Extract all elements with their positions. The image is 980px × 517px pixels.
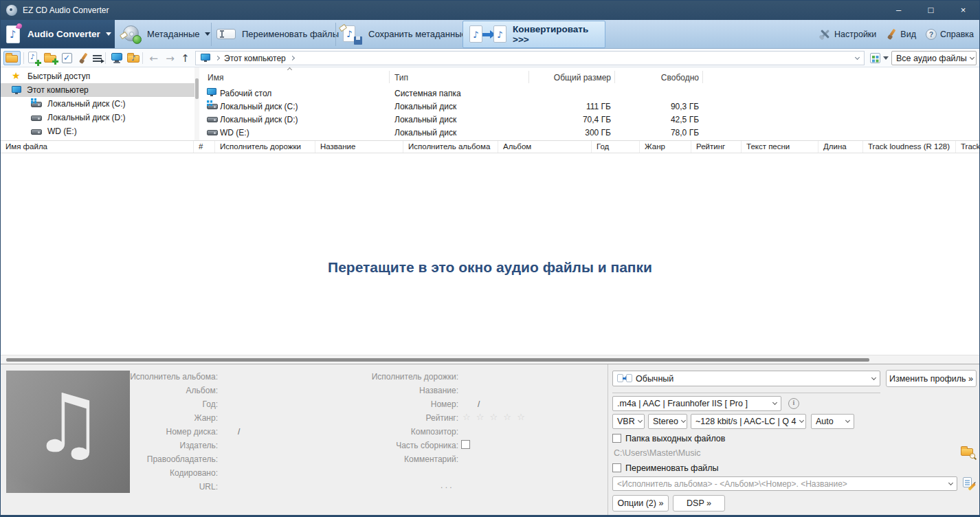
track-col-number[interactable]: # <box>194 141 215 153</box>
rating-stars[interactable]: ☆ ☆ ☆ ☆ ☆ <box>463 412 526 422</box>
navigation-bar: ♪ ♪ ← → ↑ Этот компьютер <box>1 49 979 67</box>
format-select[interactable]: .m4a | AAC | Fraunhofer IIS [ Pro ] <box>612 396 781 411</box>
breadcrumb[interactable]: Этот компьютер <box>195 51 865 65</box>
column-header-free[interactable]: Свободно <box>626 73 699 82</box>
rename-files-button[interactable]: Переименовать файлы <box>216 20 339 48</box>
scrollbar-thumb[interactable] <box>6 358 869 362</box>
track-col-filename[interactable]: Имя файла <box>1 141 194 153</box>
breadcrumb-dropdown-icon[interactable] <box>855 54 860 59</box>
chevron-down-icon <box>772 400 777 405</box>
music-folder-button[interactable]: ♪ <box>125 51 142 65</box>
bitrate-mode-select[interactable]: VBR <box>612 414 645 429</box>
up-button[interactable]: ↑ <box>177 51 194 65</box>
add-audio-files-button[interactable]: ♪ <box>25 51 43 65</box>
chevron-down-icon <box>970 54 975 59</box>
add-folder-button[interactable] <box>42 51 59 65</box>
metadata-more-ellipsis[interactable]: . . . <box>441 481 452 490</box>
track-col-genre[interactable]: Жанр <box>640 141 691 153</box>
bitrate-select[interactable]: ~128 kbit/s | AAC-LC | Q 4 <box>691 414 806 429</box>
output-folder-label[interactable]: Папка выходных файлов <box>625 434 725 443</box>
tree-item-disk-e[interactable]: WD (E:) <box>1 124 194 138</box>
settings-button[interactable]: Настройки <box>819 28 876 40</box>
close-button[interactable]: × <box>947 1 979 20</box>
file-row-desktop[interactable]: Рабочий стол Системная папка <box>200 87 979 100</box>
tools-icon <box>819 28 831 40</box>
track-artist-label: Исполнитель дорожки: <box>344 372 458 382</box>
number-label: Номер: <box>344 399 458 409</box>
track-col-album-artist[interactable]: Исполнитель альбома <box>403 141 498 153</box>
select-all-button[interactable] <box>58 51 76 65</box>
compilation-checkbox[interactable] <box>461 440 470 449</box>
minimize-button[interactable]: – <box>882 1 915 20</box>
computer-view-button[interactable] <box>108 51 125 65</box>
convert-button[interactable]: ♪♪ Конвертировать >>> <box>463 21 605 48</box>
album-art-placeholder[interactable]: ♫ <box>6 371 130 493</box>
audio-converter-menu-button[interactable]: ♪ Audio Converter <box>1 20 115 48</box>
track-col-track[interactable]: Track <box>956 141 980 153</box>
drop-area[interactable]: Перетащите в это окно аудио файлы и папк… <box>1 153 979 355</box>
file-size: 70,4 ГБ <box>537 115 611 124</box>
profile-select[interactable]: Обычный <box>612 371 880 386</box>
rename-files-label[interactable]: Переименовать файлы <box>625 463 719 473</box>
horizontal-scrollbar[interactable] <box>1 355 979 364</box>
tree-item-disk-c[interactable]: Локальный диск (C:) <box>1 97 194 111</box>
rename-pattern-select[interactable]: <Исполнитель альбома> - <Альбом>\<Номер>… <box>612 476 957 491</box>
tree-item-this-computer[interactable]: Этот компьютер <box>1 83 194 97</box>
channels-select[interactable]: Stereo <box>648 414 687 429</box>
scrollbar-thumb[interactable] <box>195 78 199 99</box>
track-col-year[interactable]: Год <box>592 141 640 153</box>
format-info-icon[interactable] <box>788 398 799 409</box>
view-button[interactable]: Вид <box>886 29 916 40</box>
track-col-lyrics[interactable]: Текст песни <box>742 141 818 153</box>
disc-number-value[interactable]: / <box>238 427 240 437</box>
chevron-down-icon <box>845 418 850 423</box>
column-header-type[interactable]: Тип <box>394 73 518 82</box>
comment-label: Комментарий: <box>344 454 458 464</box>
column-header-name[interactable]: Имя <box>208 73 379 82</box>
track-col-rating[interactable]: Рейтинг <box>691 141 742 153</box>
metadata-menu-button[interactable]: Метаданные <box>122 20 210 48</box>
maximize-button[interactable]: □ <box>915 1 947 20</box>
app-button-label: Audio Converter <box>27 29 100 39</box>
back-button[interactable]: ← <box>145 51 162 65</box>
output-path-value[interactable]: C:\Users\Master\Music <box>614 448 700 458</box>
edit-pattern-icon[interactable] <box>963 477 975 489</box>
file-free: 90,3 ГБ <box>626 102 699 111</box>
toolbar-right-group: Настройки Вид Справка <box>810 20 974 48</box>
file-row-disk-c[interactable]: Локальный диск (C:) Локальный диск 111 Г… <box>200 100 979 113</box>
sort-ascending-icon <box>287 67 292 72</box>
list-icon <box>93 54 104 63</box>
help-button[interactable]: Справка <box>926 29 974 40</box>
file-row-disk-e[interactable]: WD (E:) Локальный диск 300 ГБ 78,0 ГБ <box>200 126 979 139</box>
track-col-track-artist[interactable]: Исполнитель дорожки <box>215 141 315 153</box>
column-header-size[interactable]: Общий размер <box>537 73 611 82</box>
track-col-loudness[interactable]: Track loudness (R 128) <box>863 141 956 153</box>
home-folder-button[interactable] <box>3 51 21 65</box>
samplerate-select[interactable]: Auto <box>811 414 854 429</box>
edit-profile-button[interactable]: Изменить профиль » <box>886 370 977 387</box>
desktop-icon <box>207 88 217 97</box>
number-value[interactable]: / <box>478 399 480 409</box>
file-row-disk-d[interactable]: Локальный диск (D:) Локальный диск 70,4 … <box>200 113 979 126</box>
tree-item-quick-access[interactable]: Быстрый доступ <box>1 69 194 83</box>
file-filter-select[interactable]: Все аудио файлы <box>891 51 977 65</box>
rename-files-checkbox[interactable] <box>612 463 621 472</box>
dsp-button[interactable]: DSP » <box>673 495 725 512</box>
browse-folder-icon[interactable] <box>961 446 975 458</box>
breadcrumb-root[interactable]: Этот компьютер <box>224 54 286 63</box>
disc-number-label: Номер диска: <box>124 427 218 437</box>
tree-item-disk-d[interactable]: Локальный диск (D:) <box>1 111 194 124</box>
list-options-button[interactable] <box>89 51 107 65</box>
track-col-length[interactable]: Длина <box>818 141 863 153</box>
tree-scrollbar[interactable] <box>194 67 199 140</box>
options-button[interactable]: Опции (2) » <box>612 495 669 512</box>
brush-icon <box>886 29 897 40</box>
file-size: 111 ГБ <box>537 102 611 111</box>
view-mode-button[interactable] <box>868 51 890 65</box>
tree-item-label: Этот компьютер <box>27 85 89 95</box>
title-bar: EZ CD Audio Converter – □ × <box>1 1 979 20</box>
track-col-title[interactable]: Название <box>315 141 403 153</box>
save-metadata-button[interactable]: ♪ Сохранить метаданные <box>340 20 467 48</box>
output-folder-checkbox[interactable] <box>612 434 621 443</box>
track-col-album[interactable]: Альбом <box>498 141 592 153</box>
